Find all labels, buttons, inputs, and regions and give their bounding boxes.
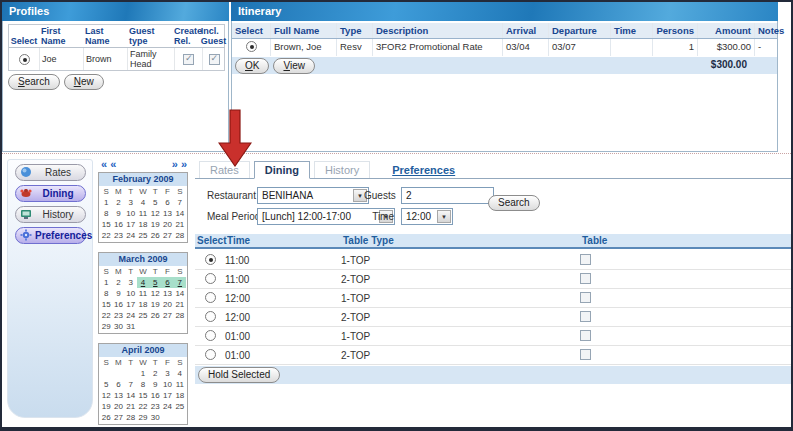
profiles-new-button[interactable]: New	[64, 74, 104, 90]
calendar-day[interactable]: 28	[174, 310, 186, 321]
calendar-prev-icon[interactable]: « «	[101, 159, 116, 169]
calendar-day[interactable]: 14	[125, 390, 137, 401]
tab-dining[interactable]: Dining	[254, 161, 310, 179]
calendar-day[interactable]: 6	[112, 379, 124, 390]
calendar-day[interactable]: 8	[137, 379, 149, 390]
calendar-day[interactable]: 5	[100, 379, 112, 390]
dining-time-radio[interactable]	[205, 273, 216, 284]
dining-table-checkbox[interactable]	[580, 292, 591, 303]
calendar-day[interactable]: 16	[112, 219, 124, 230]
tab-history[interactable]: History	[314, 161, 370, 178]
calendar-day[interactable]: 9	[149, 379, 161, 390]
tab-preferences[interactable]: Preferences	[382, 162, 465, 178]
calendar-day[interactable]: 8	[100, 288, 112, 299]
calendar-day[interactable]: 19	[100, 401, 112, 412]
calendar-day[interactable]: 6	[161, 197, 173, 208]
calendar-day[interactable]: 28	[174, 230, 186, 241]
calendar-day[interactable]: 26	[149, 310, 161, 321]
calendar-day[interactable]: 12	[149, 288, 161, 299]
calendar-day[interactable]: 25	[174, 401, 186, 412]
calendar-next-icon[interactable]: » »	[172, 159, 187, 169]
calendar-day[interactable]: 1	[100, 277, 112, 288]
calendar-day[interactable]: 15	[100, 219, 112, 230]
dining-time-radio[interactable]	[205, 349, 216, 360]
dining-time-radio[interactable]	[205, 254, 216, 265]
sidebar-item-dining[interactable]: Dining	[15, 185, 86, 202]
calendar-day[interactable]: 29	[137, 412, 149, 423]
calendar-day-highlighted[interactable]: 5	[149, 277, 161, 288]
dining-time-radio[interactable]	[205, 330, 216, 341]
calendar-day[interactable]: 31	[125, 321, 137, 332]
hold-selected-button[interactable]: Hold Selected	[198, 367, 280, 383]
calendar-day[interactable]: 21	[125, 401, 137, 412]
calendar-day[interactable]: 10	[125, 208, 137, 219]
itinerary-ok-button[interactable]: OK	[235, 58, 269, 74]
dining-time-radio[interactable]	[205, 292, 216, 303]
calendar-day[interactable]: 19	[149, 219, 161, 230]
calendar-day[interactable]: 22	[100, 310, 112, 321]
calendar-day[interactable]: 23	[112, 230, 124, 241]
profiles-search-button[interactable]: Search	[8, 74, 60, 90]
calendar-day[interactable]: 19	[149, 299, 161, 310]
calendar-day[interactable]: 21	[174, 219, 186, 230]
calendar-day[interactable]: 3	[125, 197, 137, 208]
calendar-day[interactable]: 7	[174, 197, 186, 208]
itinerary-view-button[interactable]: View	[273, 58, 315, 74]
create-rel-checkbox[interactable]	[183, 54, 194, 65]
calendar-day[interactable]: 4	[174, 368, 186, 379]
calendar-day[interactable]: 9	[112, 208, 124, 219]
calendar-day[interactable]: 1	[100, 197, 112, 208]
calendar-day[interactable]: 14	[174, 288, 186, 299]
calendar-day[interactable]: 17	[161, 390, 173, 401]
sidebar-item-preferences[interactable]: Preferences	[15, 227, 86, 244]
calendar-day[interactable]: 28	[125, 412, 137, 423]
calendar-day[interactable]: 25	[137, 310, 149, 321]
calendar-day[interactable]: 22	[137, 401, 149, 412]
calendar-day[interactable]: 16	[112, 299, 124, 310]
calendar-day[interactable]: 11	[137, 208, 149, 219]
calendar-day[interactable]: 22	[100, 230, 112, 241]
dining-table-checkbox[interactable]	[580, 254, 591, 265]
calendar-day[interactable]: 3	[125, 277, 137, 288]
dining-table-checkbox[interactable]	[580, 311, 591, 322]
dining-search-button[interactable]: Search	[488, 195, 540, 211]
calendar-day[interactable]: 17	[125, 299, 137, 310]
calendar-day[interactable]: 20	[161, 219, 173, 230]
sidebar-item-history[interactable]: History	[15, 206, 86, 223]
calendar-day[interactable]: 5	[149, 197, 161, 208]
chevron-down-icon[interactable]: ▼	[437, 210, 451, 223]
calendar-day[interactable]: 4	[137, 197, 149, 208]
dining-table-checkbox[interactable]	[580, 273, 591, 284]
calendar-day[interactable]: 18	[137, 219, 149, 230]
calendar-day[interactable]: 2	[149, 368, 161, 379]
guests-input[interactable]	[401, 187, 494, 204]
calendar-day[interactable]: 12	[100, 390, 112, 401]
calendar-day[interactable]: 1	[137, 368, 149, 379]
dining-table-checkbox[interactable]	[580, 330, 591, 341]
calendar-day[interactable]: 20	[112, 401, 124, 412]
calendar-day[interactable]: 27	[161, 310, 173, 321]
calendar-day[interactable]: 3	[161, 368, 173, 379]
calendar-day[interactable]: 17	[125, 219, 137, 230]
calendar-day[interactable]: 30	[112, 321, 124, 332]
calendar-day[interactable]: 29	[100, 321, 112, 332]
calendar-day[interactable]: 7	[125, 379, 137, 390]
calendar-day[interactable]: 30	[149, 412, 161, 423]
calendar-day[interactable]: 14	[174, 208, 186, 219]
calendar-day[interactable]: 10	[161, 379, 173, 390]
calendar-day[interactable]: 13	[161, 208, 173, 219]
calendar-day-highlighted[interactable]: 6	[161, 277, 173, 288]
calendar-day[interactable]: 24	[161, 401, 173, 412]
sidebar-item-rates[interactable]: Rates	[15, 164, 86, 181]
calendar-day[interactable]: 25	[137, 230, 149, 241]
calendar-day[interactable]: 16	[149, 390, 161, 401]
calendar-day[interactable]: 26	[149, 230, 161, 241]
calendar-day[interactable]: 2	[112, 197, 124, 208]
calendar-day[interactable]: 21	[174, 299, 186, 310]
calendar-day[interactable]: 10	[125, 288, 137, 299]
calendar-day[interactable]: 13	[112, 390, 124, 401]
calendar-day[interactable]: 11	[174, 379, 186, 390]
itinerary-row[interactable]: Brown, JoeResv3FOR2 Promotional Rate03/0…	[232, 39, 777, 56]
calendar-day[interactable]: 24	[125, 230, 137, 241]
calendar-day[interactable]: 18	[174, 390, 186, 401]
